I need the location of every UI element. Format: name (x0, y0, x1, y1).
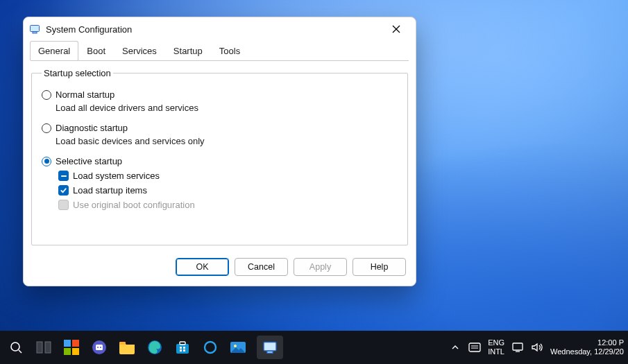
tab-tools[interactable]: Tools (211, 41, 248, 60)
radio-diagnostic-startup[interactable]: Diagnostic startup (42, 123, 398, 133)
tab-boot[interactable]: Boot (78, 41, 114, 60)
svg-rect-16 (119, 342, 126, 345)
tab-general[interactable]: General (30, 41, 78, 60)
svg-rect-27 (264, 342, 276, 350)
window-title: System Configuration (46, 24, 381, 35)
svg-rect-22 (180, 349, 182, 352)
tray-network-icon[interactable] (511, 341, 524, 354)
svg-point-15 (100, 347, 101, 348)
taskbar-task-view-icon[interactable] (35, 338, 53, 356)
svg-rect-1 (33, 32, 37, 33)
ok-button[interactable]: OK (176, 258, 229, 276)
svg-point-26 (234, 345, 237, 347)
checkbox-use-original-boot: Use original boot configuration (58, 200, 398, 210)
svg-rect-28 (267, 352, 273, 354)
help-button[interactable]: Help (353, 258, 406, 276)
svg-rect-7 (45, 342, 51, 353)
radio-icon (42, 157, 51, 166)
tray-language[interactable]: ENG INTL (488, 338, 504, 356)
taskbar-file-explorer-icon[interactable] (118, 338, 136, 356)
tray-lang-line2: INTL (488, 347, 504, 356)
radio-label: Selective startup (56, 156, 122, 166)
taskbar-chat-icon[interactable] (90, 338, 108, 356)
tray-chevron-up-icon[interactable] (449, 341, 461, 354)
svg-rect-19 (180, 342, 185, 345)
svg-rect-6 (37, 342, 42, 353)
radio-selective-startup[interactable]: Selective startup (42, 156, 398, 166)
tab-services[interactable]: Services (114, 41, 165, 60)
group-title: Startup selection (42, 68, 113, 78)
checkbox-load-startup-items[interactable]: Load startup items (58, 185, 398, 196)
radio-normal-desc: Load all device drivers and services (56, 103, 398, 113)
tab-startup[interactable]: Startup (165, 41, 211, 60)
taskbar-photos-icon[interactable] (229, 338, 247, 356)
radio-diagnostic-desc: Load basic devices and services only (56, 136, 398, 146)
checkbox-label: Load startup items (73, 185, 147, 196)
svg-rect-10 (64, 348, 71, 355)
close-button[interactable] (381, 19, 411, 40)
checkbox-checked-icon (58, 185, 69, 196)
tray-keyboard-icon[interactable] (468, 341, 481, 354)
svg-point-24 (205, 342, 216, 353)
radio-normal-startup[interactable]: Normal startup (42, 89, 398, 100)
radio-icon (42, 123, 51, 133)
checkbox-disabled-icon (58, 200, 69, 210)
tray-clock[interactable]: 12:00 P Wednesday, 12/29/20 (550, 338, 624, 356)
taskbar-search-icon[interactable] (7, 338, 25, 356)
titlebar[interactable]: System Configuration (24, 17, 416, 41)
msconfig-icon (29, 24, 40, 35)
svg-rect-13 (96, 345, 103, 350)
checkbox-indeterminate-icon (58, 171, 69, 181)
general-pane: Startup selection Normal startup Load al… (24, 61, 416, 245)
svg-rect-29 (469, 343, 480, 352)
radio-label: Normal startup (56, 89, 114, 100)
checkbox-label: Use original boot configuration (73, 200, 195, 210)
svg-rect-32 (513, 343, 523, 350)
tray-lang-line1: ENG (488, 338, 504, 347)
radio-label: Diagnostic startup (56, 123, 128, 133)
close-icon (392, 25, 400, 33)
apply-button: Apply (294, 258, 347, 276)
taskbar-widgets-icon[interactable] (62, 338, 80, 356)
cancel-button[interactable]: Cancel (235, 258, 288, 276)
tabstrip: General Boot Services Startup Tools (24, 41, 416, 60)
svg-point-4 (11, 343, 19, 351)
radio-icon (42, 90, 51, 100)
taskbar-cortana-icon[interactable] (201, 338, 219, 356)
checkbox-label: Load system services (73, 171, 160, 181)
svg-rect-0 (31, 26, 40, 32)
startup-selection-group: Startup selection Normal startup Load al… (31, 68, 408, 245)
svg-rect-9 (72, 340, 79, 347)
svg-rect-18 (176, 344, 189, 354)
taskbar-edge-icon[interactable] (146, 338, 164, 356)
taskbar-msconfig-icon[interactable] (257, 336, 283, 359)
svg-rect-23 (183, 349, 185, 352)
svg-point-14 (97, 347, 99, 348)
system-configuration-dialog: System Configuration General Boot Servic… (23, 17, 416, 286)
dialog-buttons: OK Cancel Apply Help (24, 245, 416, 286)
taskbar-store-icon[interactable] (173, 338, 192, 356)
tray-date: Wednesday, 12/29/20 (550, 347, 624, 356)
svg-rect-8 (64, 340, 71, 347)
svg-rect-20 (180, 347, 182, 349)
svg-line-5 (19, 350, 22, 353)
checkbox-load-system-services[interactable]: Load system services (58, 171, 398, 181)
svg-rect-21 (183, 347, 185, 349)
tray-volume-icon[interactable] (531, 341, 543, 354)
taskbar: ENG INTL 12:00 P Wednesday, 12/29/20 (0, 331, 628, 364)
tray-time: 12:00 P (550, 338, 624, 347)
svg-rect-11 (72, 348, 79, 355)
